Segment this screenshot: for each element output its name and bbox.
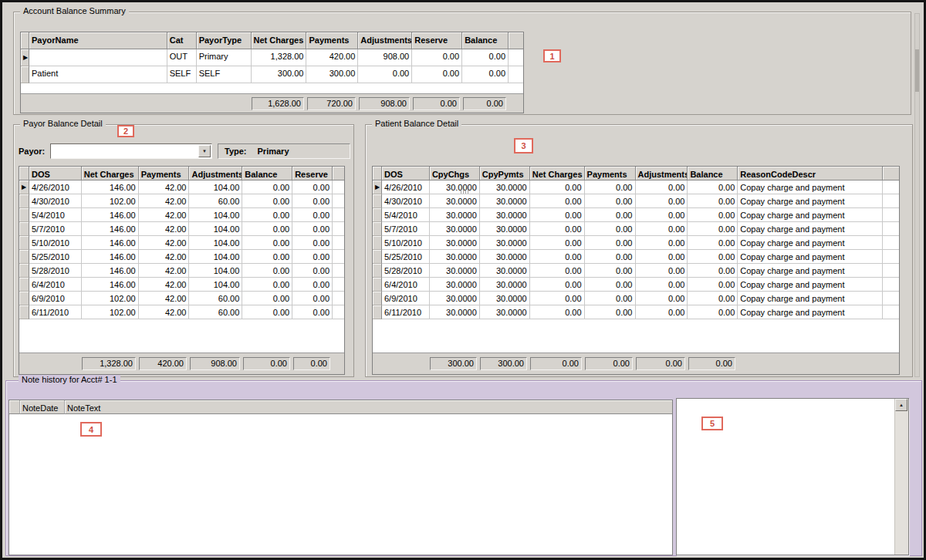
column-header[interactable]: Payments <box>585 167 636 180</box>
row-selector[interactable]: ▶ <box>19 250 29 264</box>
row-selector[interactable]: ▶ <box>373 278 382 292</box>
patient-totals-row: 300.00 300.00 0.00 0.00 0.00 0.00 <box>373 353 899 374</box>
column-header[interactable]: Adjustments <box>358 32 412 49</box>
table-row[interactable]: ▶ 6/4/2010 30.0000 30.0000 0.00 0.00 0.0… <box>373 278 899 292</box>
row-selector[interactable]: ▶ <box>21 66 29 83</box>
cell-balance: 0.00 <box>242 250 292 264</box>
column-header[interactable]: Reserve <box>292 167 333 180</box>
payor-totals-row: 1,328.00 420.00 908.00 0.00 0.00 <box>19 353 344 374</box>
column-header[interactable]: Balance <box>688 167 738 180</box>
row-selector[interactable]: ▶ <box>19 292 29 305</box>
chevron-down-icon[interactable]: ▼ <box>198 145 211 157</box>
column-header[interactable]: PayorName <box>29 32 167 49</box>
cell-reserve: 0.00 <box>292 222 333 236</box>
cell-balance: 0.00 <box>242 292 292 305</box>
column-header[interactable]: Net Charges <box>82 167 139 180</box>
table-row[interactable]: ▶ 5/25/2010 146.00 42.00 104.00 0.00 0.0… <box>19 250 344 264</box>
row-selector[interactable]: ▶ <box>373 194 382 208</box>
column-header[interactable]: DOS <box>29 167 82 180</box>
row-selector[interactable]: ▶ <box>19 264 29 278</box>
column-header[interactable]: DOS <box>382 167 430 180</box>
column-header[interactable]: Adjustments <box>189 167 242 180</box>
row-selector[interactable]: ▶ <box>19 208 29 222</box>
row-selector[interactable]: ▶ <box>373 208 382 222</box>
row-selector[interactable]: ▶ <box>19 194 29 208</box>
cell-payments: 42.00 <box>139 180 190 194</box>
table-row[interactable]: ▶ 4/30/2010 102.00 42.00 60.00 0.00 0.00 <box>19 194 344 208</box>
cell-balance: 0.00 <box>462 66 509 83</box>
table-row[interactable]: ▶ 5/7/2010 146.00 42.00 104.00 0.00 0.00 <box>19 222 344 236</box>
table-row[interactable]: ▶ 5/4/2010 146.00 42.00 104.00 0.00 0.00 <box>19 208 344 222</box>
row-selector[interactable]: ▶ <box>21 49 29 66</box>
table-row[interactable]: ▶ 5/4/2010 30.0000 30.0000 0.00 0.00 0.0… <box>373 208 899 222</box>
table-row[interactable]: ▶ 5/10/2010 30.0000 30.0000 0.00 0.00 0.… <box>373 236 899 250</box>
group-title: Payor Balance Detail <box>20 119 106 128</box>
table-row[interactable]: ▶ 5/25/2010 30.0000 30.0000 0.00 0.00 0.… <box>373 250 899 264</box>
table-row[interactable]: ▶ OUT Primary 1,328.00 420.00 908.00 0.0… <box>21 49 523 66</box>
cell-reserve: 0.00 <box>292 292 333 305</box>
total-payments: 420.00 <box>139 357 187 370</box>
table-row[interactable]: ▶ 4/26/2010 146.00 42.00 104.00 0.00 0.0… <box>19 180 344 194</box>
column-header[interactable]: Net Charges <box>252 32 307 49</box>
payor-grid-header: DOS Net Charges Payments Adjustments Bal… <box>19 167 344 180</box>
cell-payments: 420.00 <box>306 49 358 66</box>
row-selector[interactable]: ▶ <box>373 180 382 194</box>
cell-payments: 42.00 <box>139 278 190 292</box>
column-header[interactable]: Reserve <box>412 32 462 49</box>
table-row[interactable]: ▶ 5/7/2010 30.0000 30.0000 0.00 0.00 0.0… <box>373 222 899 236</box>
column-header[interactable]: Payments <box>139 167 190 180</box>
row-selector[interactable]: ▶ <box>373 264 382 278</box>
cell-dos: 6/9/2010 <box>29 292 82 305</box>
column-header[interactable]: Balance <box>242 167 292 180</box>
column-header[interactable]: Net Charges <box>530 167 585 180</box>
column-header[interactable]: PayorType <box>197 32 252 49</box>
table-row[interactable]: ▶ 6/11/2010 102.00 42.00 60.00 0.00 0.00 <box>19 305 344 319</box>
row-selector[interactable]: ▶ <box>373 236 382 250</box>
column-header[interactable]: Adjustments <box>636 167 688 180</box>
cell-payments: 42.00 <box>139 292 190 305</box>
column-header[interactable]: CpyChgs <box>430 167 480 180</box>
table-row[interactable]: ▶ Patient SELF SELF 300.00 300.00 0.00 0… <box>21 66 523 83</box>
note-panel-scrollbar[interactable]: ▲ <box>894 399 908 555</box>
table-row[interactable]: ▶ 6/11/2010 30.0000 30.0000 0.00 0.00 0.… <box>373 305 899 319</box>
table-row[interactable]: ▶ 6/9/2010 102.00 42.00 60.00 0.00 0.00 <box>19 292 344 305</box>
column-header[interactable]: Payments <box>306 32 358 49</box>
cell-balance: 0.00 <box>688 264 738 278</box>
column-header[interactable]: NoteText <box>65 400 672 414</box>
cell-cpy-chgs: 30.0000 <box>430 278 480 292</box>
total-adjustments: 908.00 <box>190 357 240 370</box>
table-row[interactable]: ▶ 4/26/2010 30.0000 30.0000 0.00 0.00 0.… <box>373 180 899 194</box>
selector-column-header <box>373 167 382 180</box>
row-selector[interactable]: ▶ <box>373 305 382 319</box>
cell-reason: Copay charge and payment <box>738 194 883 208</box>
column-header[interactable]: ReasonCodeDescr <box>738 167 883 180</box>
form-scrollbar[interactable] <box>914 13 920 377</box>
total-payments: 0.00 <box>585 357 633 370</box>
cell-adjustments: 60.00 <box>189 194 242 208</box>
row-selector[interactable]: ▶ <box>19 305 29 319</box>
table-row[interactable]: ▶ 6/9/2010 30.0000 30.0000 0.00 0.00 0.0… <box>373 292 899 305</box>
cell-dos: 5/4/2010 <box>382 208 430 222</box>
row-selector[interactable]: ▶ <box>373 292 382 305</box>
row-selector[interactable]: ▶ <box>19 180 29 194</box>
table-row[interactable]: ▶ 5/10/2010 146.00 42.00 104.00 0.00 0.0… <box>19 236 344 250</box>
scroll-up-icon[interactable]: ▲ <box>895 399 907 411</box>
cell-net-charges: 0.00 <box>530 292 585 305</box>
column-header[interactable]: Balance <box>462 32 509 49</box>
payor-dropdown[interactable]: ▼ <box>50 143 212 159</box>
row-selector[interactable]: ▶ <box>373 222 382 236</box>
column-header[interactable]: NoteDate <box>20 400 65 414</box>
table-row[interactable]: ▶ 6/4/2010 146.00 42.00 104.00 0.00 0.00 <box>19 278 344 292</box>
column-header[interactable]: Cat <box>167 32 197 49</box>
row-selector[interactable]: ▶ <box>19 278 29 292</box>
table-row[interactable]: ▶ 5/28/2010 30.0000 30.0000 0.00 0.00 0.… <box>373 264 899 278</box>
callout-5: 5 <box>701 417 723 430</box>
table-row[interactable]: ▶ 4/30/2010 30.0000 30.0000 0.00 0.00 0.… <box>373 194 899 208</box>
table-row[interactable]: ▶ 5/28/2010 146.00 42.00 104.00 0.00 0.0… <box>19 264 344 278</box>
cell-reserve: 0.00 <box>292 264 333 278</box>
column-header[interactable]: CpyPymts <box>480 167 530 180</box>
scrollbar-thumb[interactable] <box>915 49 919 92</box>
row-selector[interactable]: ▶ <box>19 222 29 236</box>
row-selector[interactable]: ▶ <box>373 250 382 264</box>
row-selector[interactable]: ▶ <box>19 236 29 250</box>
